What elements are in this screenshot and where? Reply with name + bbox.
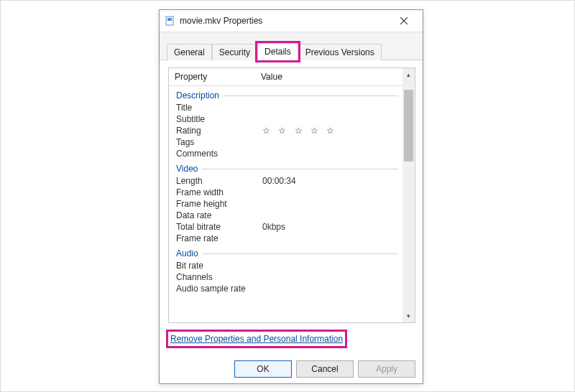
prop-frame-height: Frame height bbox=[169, 199, 258, 209]
scrollbar-thumb[interactable] bbox=[404, 90, 413, 162]
apply-button[interactable]: Apply bbox=[358, 360, 415, 378]
row-rating[interactable]: Rating ☆ ☆ ☆ ☆ ☆ bbox=[169, 125, 402, 136]
val-length: 00:00:34 bbox=[258, 176, 402, 186]
scroll-up-icon[interactable]: ▴ bbox=[402, 70, 415, 80]
val-rating-stars: ☆ ☆ ☆ ☆ ☆ bbox=[258, 126, 402, 136]
val-subtitle bbox=[258, 114, 402, 124]
properties-dialog: movie.mkv Properties General Security De… bbox=[159, 9, 423, 384]
tab-previous-versions[interactable]: Previous Versions bbox=[298, 44, 382, 60]
val-frame-height bbox=[258, 199, 402, 209]
prop-data-rate: Data rate bbox=[169, 210, 258, 220]
group-video-label: Video bbox=[176, 164, 198, 174]
prop-length: Length bbox=[169, 176, 258, 186]
svg-rect-1 bbox=[167, 18, 172, 21]
row-total-bitrate[interactable]: Total bitrate 0kbps bbox=[169, 221, 402, 233]
button-row: OK Cancel Apply bbox=[234, 360, 415, 378]
group-description-label: Description bbox=[176, 90, 219, 101]
row-frame-width[interactable]: Frame width bbox=[169, 187, 402, 198]
window-title: movie.mkv Properties bbox=[180, 16, 391, 26]
prop-rating: Rating bbox=[169, 126, 258, 136]
details-tab-content: Property Value Description Title Subtitl… bbox=[160, 60, 423, 347]
cancel-button[interactable]: Cancel bbox=[296, 360, 354, 378]
row-frame-height[interactable]: Frame height bbox=[169, 198, 402, 210]
row-title[interactable]: Title bbox=[169, 102, 402, 113]
tab-security[interactable]: Security bbox=[212, 44, 257, 60]
row-audio-sample-rate[interactable]: Audio sample rate bbox=[169, 283, 402, 294]
group-video: Video bbox=[169, 159, 402, 175]
divider bbox=[202, 169, 398, 169]
val-channels bbox=[258, 272, 402, 282]
row-tags[interactable]: Tags bbox=[169, 136, 402, 148]
prop-frame-rate: Frame rate bbox=[169, 233, 258, 243]
prop-bit-rate: Bit rate bbox=[169, 261, 258, 271]
close-button[interactable] bbox=[391, 10, 417, 32]
prop-subtitle: Subtitle bbox=[169, 114, 258, 124]
val-title bbox=[258, 103, 402, 113]
val-comments bbox=[258, 149, 402, 159]
row-data-rate[interactable]: Data rate bbox=[169, 210, 402, 221]
val-data-rate bbox=[258, 210, 402, 220]
column-value[interactable]: Value bbox=[257, 72, 402, 82]
row-length[interactable]: Length 00:00:34 bbox=[169, 175, 402, 187]
divider bbox=[203, 253, 398, 254]
file-icon bbox=[165, 16, 175, 26]
details-scroll-area: Property Value Description Title Subtitl… bbox=[169, 68, 402, 322]
val-frame-rate bbox=[258, 233, 402, 243]
prop-audio-sample-rate: Audio sample rate bbox=[169, 284, 258, 294]
val-audio-sample-rate bbox=[258, 284, 402, 294]
remove-link-highlight: Remove Properties and Personal Informati… bbox=[168, 332, 345, 346]
canvas: movie.mkv Properties General Security De… bbox=[0, 0, 575, 392]
group-description: Description bbox=[169, 86, 402, 102]
row-frame-rate[interactable]: Frame rate bbox=[169, 233, 402, 244]
prop-title: Title bbox=[169, 103, 258, 113]
ok-button[interactable]: OK bbox=[234, 360, 292, 378]
column-property[interactable]: Property bbox=[169, 72, 257, 82]
val-total-bitrate: 0kbps bbox=[258, 222, 402, 232]
row-bit-rate[interactable]: Bit rate bbox=[169, 260, 402, 271]
scrollbar[interactable]: ▴ ▾ bbox=[402, 68, 415, 322]
prop-tags: Tags bbox=[169, 137, 258, 147]
tabstrip: General Security Details Previous Versio… bbox=[160, 32, 423, 60]
remove-properties-link[interactable]: Remove Properties and Personal Informati… bbox=[170, 334, 343, 344]
scroll-down-icon[interactable]: ▾ bbox=[402, 311, 415, 321]
group-audio: Audio bbox=[169, 244, 402, 260]
titlebar: movie.mkv Properties bbox=[160, 10, 423, 32]
row-channels[interactable]: Channels bbox=[169, 271, 402, 283]
tab-general[interactable]: General bbox=[167, 44, 212, 60]
row-comments[interactable]: Comments bbox=[169, 148, 402, 159]
details-header: Property Value bbox=[169, 68, 402, 86]
row-subtitle[interactable]: Subtitle bbox=[169, 113, 402, 125]
group-audio-label: Audio bbox=[176, 248, 198, 258]
divider bbox=[224, 95, 398, 96]
prop-total-bitrate: Total bitrate bbox=[169, 222, 258, 232]
prop-channels: Channels bbox=[169, 272, 258, 282]
val-bit-rate bbox=[258, 261, 402, 271]
val-frame-width bbox=[258, 187, 402, 197]
details-list: Property Value Description Title Subtitl… bbox=[168, 67, 415, 323]
close-icon bbox=[400, 17, 408, 24]
tab-details[interactable]: Details bbox=[257, 43, 298, 60]
val-tags bbox=[258, 137, 402, 147]
prop-comments: Comments bbox=[169, 149, 258, 159]
prop-frame-width: Frame width bbox=[169, 187, 258, 197]
